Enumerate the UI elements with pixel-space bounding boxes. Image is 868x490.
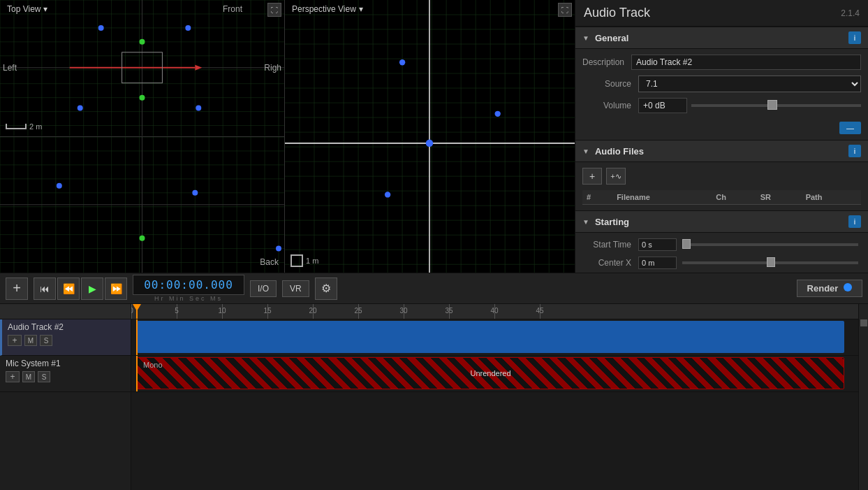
right-label: Righ [264,63,281,73]
start-time-input[interactable] [638,238,677,251]
starting-section-header[interactable]: ▼ Starting i [575,210,868,233]
ruler-label-15: 15 [263,307,271,315]
playhead[interactable] [136,304,138,319]
vr-btn[interactable]: VR [282,280,309,297]
settings-btn[interactable]: ⚙ [315,278,337,300]
general-info-btn[interactable]: i [848,31,861,44]
ruler-label-25: 25 [354,307,362,315]
general-action-btn[interactable]: — [839,122,861,134]
perspective-expand-btn[interactable]: ⛶ [558,3,572,17]
start-time-handle[interactable] [682,239,691,249]
starting-collapse-arrow[interactable]: ▼ [582,218,589,226]
track-2-add-btn[interactable]: + [6,371,20,382]
render-dot [844,283,852,291]
timeline-content: 0 5 10 15 20 25 30 35 40 45 [131,304,858,490]
timeline-ruler: 0 5 10 15 20 25 30 35 40 45 [131,304,858,319]
source-dropdown[interactable]: Mono Stereo 5.1 7.1 Ambisonics [638,75,861,92]
rewind-to-start-btn[interactable]: ⏮ [34,278,56,300]
perspective-scale: 1 m [290,254,318,267]
audio-files-table: # Filename Ch SR Path [582,190,861,205]
render-btn[interactable]: Render [797,280,862,297]
playback-controls: ⏮ ⏪ ▶ ⏩ [34,278,127,300]
playhead-triangle [133,304,141,311]
ruler-spacer [0,304,131,319]
top-view-expand-btn[interactable]: ⛶ [267,3,281,17]
timeline-area: + ⏮ ⏪ ▶ ⏩ 00:00:00.000 Hr Min Sec Ms I/O… [0,273,868,490]
track-2-mute-btn[interactable]: M [22,371,35,382]
track-1-add-btn[interactable]: + [8,335,22,346]
top-view-scale: 2 m [6,122,42,131]
volume-handle[interactable] [767,100,777,110]
start-time-track[interactable] [682,243,858,246]
volume-value[interactable] [638,98,687,113]
col-hash: # [582,190,612,205]
audio-files-section-content: + +∿ # Filename Ch SR Path [575,162,868,210]
audio-files-collapse-arrow[interactable]: ▼ [582,147,589,155]
audio-files-toolbar: + +∿ [582,168,861,185]
playhead-lane-2 [136,356,138,391]
center-x-input[interactable] [638,257,677,269]
add-audio-file-btn[interactable]: + [582,168,602,185]
volume-track[interactable] [691,104,861,107]
properties-panel: Audio Track 2.1.4 ▼ General i Descriptio… [575,0,868,273]
track-1-mute-btn[interactable]: M [24,335,37,346]
track-2-controls: + M S [6,371,125,382]
svg-point-38 [185,25,191,31]
transport-bar: + ⏮ ⏪ ▶ ⏩ 00:00:00.000 Hr Min Sec Ms I/O… [0,273,868,304]
svg-point-121 [494,111,500,117]
play-btn[interactable]: ▶ [81,278,103,300]
volume-label: Volume [582,101,638,110]
starting-section-title: Starting [595,217,843,227]
track-header-mic-system-1[interactable]: Mic System #1 + M S [0,356,131,392]
svg-point-79 [140,235,145,240]
timeline-tracks: Audio Track #2 + M S Mic System #1 + M S [0,304,868,490]
center-x-handle[interactable] [767,257,775,267]
audio-files-section-title: Audio Files [595,146,843,157]
start-time-row: Start Time [582,238,861,251]
timeline-vertical-scrollbar[interactable] [858,304,868,490]
svg-point-120 [399,59,405,65]
starting-info-btn[interactable]: i [848,215,861,228]
fast-forward-btn[interactable]: ⏩ [105,278,127,300]
io-btn[interactable]: I/O [250,280,277,297]
svg-point-40 [196,106,201,111]
rewind-btn[interactable]: ⏪ [57,278,80,300]
scrollbar-thumb[interactable] [860,319,867,326]
svg-point-78 [276,245,281,251]
top-view-canvas [0,0,284,136]
audio-files-section-header[interactable]: ▼ Audio Files i [575,140,868,162]
source-row: Source Mono Stereo 5.1 7.1 Ambisonics [582,75,861,92]
general-section-header[interactable]: ▼ General i [575,27,868,49]
svg-point-123 [426,140,434,147]
center-x-row: Center X [582,257,861,269]
add-wave-btn[interactable]: +∿ [606,168,626,185]
left-label: Left [3,63,17,73]
center-x-track[interactable] [682,261,858,264]
svg-point-35 [140,39,145,45]
mono-label: Mono [143,361,163,369]
source-label: Source [582,79,638,89]
ruler-label-10: 10 [218,307,226,315]
svg-point-122 [385,192,390,197]
description-row: Description [582,55,861,70]
track-1-solo-btn[interactable]: S [40,335,52,346]
general-collapse-arrow[interactable]: ▼ [582,34,589,42]
add-track-btn[interactable]: + [6,278,28,300]
center-x-label: Center X [582,258,638,268]
ruler-label-30: 30 [399,307,407,315]
audio-clip-track-1[interactable] [137,321,844,353]
ruler-label-45: 45 [536,307,543,315]
ruler-label-40: 40 [490,307,498,315]
start-time-label: Start Time [582,240,638,250]
back-label: Back [260,257,279,267]
panel-version: 2.1.4 [841,8,860,18]
track-1-controls: + M S [8,335,125,346]
description-input[interactable] [631,55,861,70]
track-2-solo-btn[interactable]: S [38,371,50,382]
ruler-label-20: 20 [309,307,316,315]
volume-row: Volume [582,98,861,113]
perspective-view-canvas [285,0,575,273]
audio-clip-unrendered[interactable]: Mono Unrendered [137,357,844,389]
audio-files-info-btn[interactable]: i [848,145,861,157]
track-header-audio-track-2[interactable]: Audio Track #2 + M S [0,319,131,356]
